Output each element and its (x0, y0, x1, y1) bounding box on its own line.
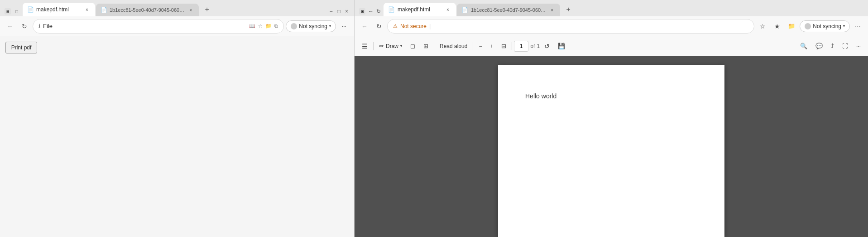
left-address-input[interactable] (43, 23, 246, 29)
pdf-page-of: of (529, 43, 536, 49)
right-star-icon[interactable]: ★ (771, 20, 783, 33)
pdf-more-icon: ··· (856, 43, 861, 49)
pdf-page: Hello world (498, 65, 724, 237)
erase-icon: ◻ (410, 43, 415, 49)
window-minimize[interactable]: − (328, 8, 334, 15)
right-inactive-tab-close[interactable]: × (548, 6, 556, 14)
pdf-search-button[interactable]: 🔍 (796, 40, 811, 53)
pdf-read-aloud-button[interactable]: Read aloud (436, 40, 471, 53)
right-inactive-tab-favicon: 📄 (461, 7, 468, 13)
draw-icon: ✏ (379, 43, 384, 49)
right-tab-favicon: 📄 (388, 6, 395, 13)
pdf-chat-button[interactable]: 💬 (812, 40, 826, 53)
not-syncing-label: Not syncing (299, 23, 327, 29)
draw-chevron: ▾ (400, 44, 402, 48)
right-not-syncing-chevron: ▾ (843, 24, 845, 28)
left-inactive-tab-favicon: 📄 (101, 7, 107, 13)
right-collections-icon[interactable]: 📁 (785, 20, 798, 33)
fit-icon: ⊟ (501, 43, 506, 49)
pdf-share-button[interactable]: ⤴ (827, 40, 838, 53)
right-active-tab-title: makepdf.html (398, 6, 441, 13)
pdf-save-button[interactable]: 💾 (554, 40, 569, 53)
draw-label: Draw (386, 43, 398, 49)
right-address-sep: | (429, 23, 431, 29)
print-pdf-button[interactable]: Print pdf (5, 42, 37, 53)
pdf-toolbar-divider-4 (512, 42, 512, 50)
left-not-syncing-button[interactable]: Not syncing ▾ (286, 20, 336, 32)
right-reload-button[interactable]: ↻ (373, 20, 385, 33)
save-icon: 💾 (558, 43, 565, 49)
fullscreen-icon: ⛶ (842, 43, 848, 49)
left-back-button[interactable]: ← (4, 20, 16, 33)
pdf-page-total: 1 (537, 43, 540, 49)
collections-icon[interactable]: 📁 (265, 23, 272, 29)
right-favorites-icon[interactable]: ☆ (756, 20, 769, 33)
pdf-more-button[interactable]: ··· (853, 40, 864, 53)
pdf-toolbar: ☰ ✏ Draw ▾ ◻ ⊞ Read aloud − + ⊟ (355, 36, 868, 56)
right-window-icon: ⊞ (359, 8, 365, 15)
right-inactive-tab[interactable]: 📄 1b1ecc81-5ee0-40d7-9045-060… × (457, 4, 560, 16)
pdf-view-button[interactable]: ⊞ (420, 40, 432, 53)
pdf-toolbar-divider-2 (434, 42, 434, 50)
list-icon: ☰ (362, 43, 368, 50)
split-icon[interactable]: ⧉ (274, 23, 278, 29)
right-active-tab[interactable]: 📄 makepdf.html × (384, 3, 456, 16)
pdf-draw-button[interactable]: ✏ Draw ▾ (375, 40, 406, 53)
window-maximize[interactable]: □ (336, 8, 342, 15)
right-not-syncing-button[interactable]: Not syncing ▾ (800, 20, 850, 32)
read-aloud-label: Read aloud (440, 43, 467, 49)
right-address-input[interactable] (433, 23, 748, 29)
left-browser-window: ⊞ □ 📄 makepdf.html × 📄 1b1ecc81-5ee0-40d… (0, 0, 355, 237)
pdf-zoom-in-button[interactable]: + (486, 40, 497, 53)
right-browser-window: ⊞ ← ↻ 📄 makepdf.html × 📄 1b1ecc81-5ee0-4… (355, 0, 868, 237)
read-icon: 📖 (249, 23, 255, 29)
window-close[interactable]: × (344, 8, 350, 15)
star-icon[interactable]: ☆ (258, 23, 263, 29)
right-inactive-tab-title: 1b1ecc81-5ee0-40d7-9045-060… (471, 7, 546, 13)
zoom-out-icon: − (479, 43, 482, 49)
left-more-menu[interactable]: ··· (338, 20, 350, 33)
left-tab-title: makepdf.html (36, 6, 81, 13)
left-active-tab[interactable]: 📄 makepdf.html × (23, 3, 95, 16)
right-tab-back[interactable]: ← (368, 8, 374, 15)
right-profile-avatar (805, 23, 811, 29)
right-nav-bar: ← ↻ ⚠ Not secure | ☆ ★ 📁 Not syncing ▾ ·… (355, 16, 868, 36)
right-address-bar[interactable]: ⚠ Not secure | (387, 19, 754, 34)
left-inactive-tab-close[interactable]: × (187, 6, 194, 14)
pdf-erase-button[interactable]: ◻ (407, 40, 419, 53)
left-window-new-window[interactable]: □ (14, 8, 20, 15)
right-more-menu[interactable]: ··· (852, 20, 864, 33)
pdf-viewer: Hello world (355, 56, 868, 237)
left-new-tab-button[interactable]: + (201, 3, 213, 16)
pdf-contents-button[interactable]: ☰ (358, 40, 371, 53)
right-new-tab-button[interactable]: + (562, 3, 575, 16)
pdf-fullscreen-button[interactable]: ⛶ (839, 40, 852, 53)
pdf-toolbar-divider-1 (373, 42, 374, 50)
security-warning-icon: ⚠ (393, 23, 398, 29)
left-reload-button[interactable]: ↻ (18, 20, 31, 33)
share-icon: ⤴ (831, 43, 834, 49)
left-inactive-tab[interactable]: 📄 1b1ecc81-5ee0-40d7-9045-060… × (96, 4, 199, 16)
pdf-zoom-out-button[interactable]: − (475, 40, 485, 53)
left-tab-close[interactable]: × (83, 6, 91, 13)
left-nav-bar: ← ↻ ℹ 📖 ☆ 📁 ⧉ Not syncing ▾ ··· (0, 16, 354, 36)
right-tab-bar: ⊞ ← ↻ 📄 makepdf.html × 📄 1b1ecc81-5ee0-4… (355, 0, 868, 16)
left-window-icon: ⊞ (5, 8, 11, 15)
view-icon: ⊞ (423, 43, 428, 49)
search-icon: 🔍 (800, 43, 807, 49)
pdf-page-current-input[interactable] (514, 41, 528, 52)
right-tab-reload[interactable]: ↻ (376, 8, 381, 15)
left-address-bar[interactable]: ℹ 📖 ☆ 📁 ⧉ (33, 19, 284, 34)
profile-avatar (291, 23, 297, 29)
zoom-in-icon: + (490, 43, 493, 49)
not-syncing-chevron: ▾ (329, 24, 331, 28)
pdf-fit-page-button[interactable]: ⊟ (498, 40, 510, 53)
right-back-button[interactable]: ← (358, 20, 371, 33)
left-page-content: Print pdf (0, 36, 354, 237)
pdf-rotate-button[interactable]: ↺ (541, 40, 553, 53)
security-label: Not secure (400, 23, 427, 29)
pdf-content-text: Hello world (525, 92, 556, 100)
right-active-tab-close[interactable]: × (444, 6, 451, 13)
right-not-syncing-label: Not syncing (813, 23, 841, 29)
left-tab-bar: ⊞ □ 📄 makepdf.html × 📄 1b1ecc81-5ee0-40d… (0, 0, 354, 16)
